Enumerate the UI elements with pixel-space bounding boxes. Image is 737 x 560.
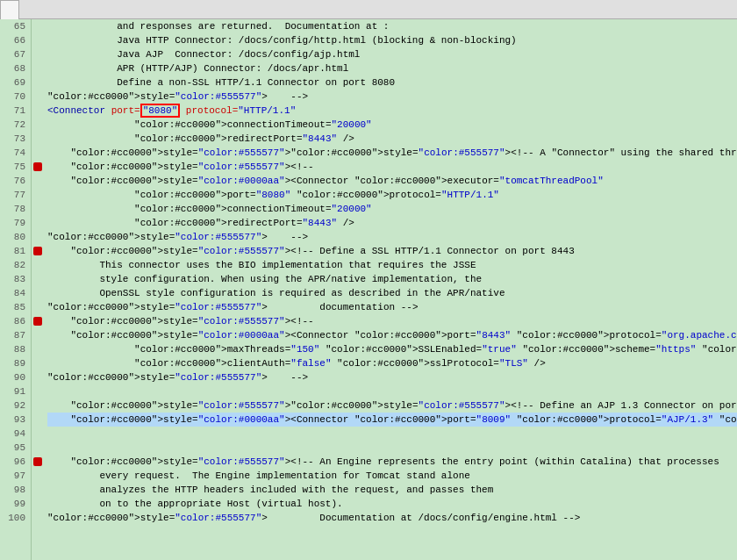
code-text: every request. The Engine implementation… (47, 469, 737, 483)
code-text: "color:#cc0000">style="color:#555577"><!… (47, 314, 737, 328)
line-number: 75 (4, 160, 25, 174)
breakpoint-column (32, 19, 44, 560)
code-line: analyzes the HTTP headers included with … (47, 483, 737, 497)
breakpoint-cell[interactable] (32, 61, 44, 75)
breakpoint-cell[interactable] (32, 328, 44, 342)
code-text: "color:#cc0000">style="color:#555577"> -… (47, 90, 737, 104)
breakpoint-cell[interactable] (32, 90, 44, 104)
code-text: "color:#cc0000">redirectPort="8443" /> (47, 216, 737, 230)
breakpoint-cell[interactable] (32, 19, 44, 33)
line-number: 88 (4, 342, 25, 356)
line-number: 94 (4, 427, 25, 441)
code-line: "color:#cc0000">connectionTimeout="20000… (47, 202, 737, 216)
code-line: Define a non-SSL HTTP/1.1 Connector on p… (47, 75, 737, 90)
line-number: 72 (4, 118, 25, 132)
breakpoint-cell[interactable] (32, 33, 44, 47)
line-number: 83 (4, 272, 25, 286)
breakpoint-cell[interactable] (32, 427, 44, 441)
code-text: "color:#cc0000">style="color:#555577">"c… (47, 146, 737, 160)
code-line: style configuration. When using the APR/… (47, 272, 737, 286)
code-line: "color:#cc0000">maxThreads="150" "color:… (47, 342, 737, 356)
code-line: OpenSSL style configuration is required … (47, 286, 737, 300)
code-text: "color:#cc0000">style="color:#555577"> -… (47, 230, 737, 244)
code-text: Java AJP Connector: /docs/config/ajp.htm… (47, 47, 737, 61)
line-number: 65 (4, 19, 25, 33)
code-text: "color:#cc0000">maxThreads="150" "color:… (47, 342, 737, 356)
breakpoint-cell[interactable] (32, 146, 44, 160)
code-text: OpenSSL style configuration is required … (47, 286, 737, 300)
code-line: "color:#cc0000">style="color:#0000aa"><C… (47, 174, 737, 188)
line-numbers: 6566676869707172737475767778798081828384… (0, 19, 32, 560)
code-line: "color:#cc0000">style="color:#555577"> -… (47, 370, 737, 384)
code-text: "color:#cc0000">style="color:#555577"><!… (47, 455, 737, 469)
code-line: "color:#cc0000">port="8080" "color:#cc00… (47, 188, 737, 202)
breakpoint-cell[interactable] (32, 75, 44, 90)
breakpoint-cell[interactable] (32, 104, 44, 118)
line-number: 87 (4, 328, 25, 342)
breakpoint-cell[interactable] (32, 455, 44, 469)
code-line: "color:#cc0000">style="color:#555577">"c… (47, 146, 737, 160)
breakpoint-cell[interactable] (32, 230, 44, 244)
breakpoint-cell[interactable] (32, 497, 44, 511)
breakpoint-cell[interactable] (32, 160, 44, 174)
line-number: 96 (4, 455, 25, 469)
line-number: 99 (4, 497, 25, 511)
breakpoint-cell[interactable] (32, 258, 44, 272)
code-line: "color:#cc0000">style="color:#555577"> d… (47, 300, 737, 314)
line-number: 68 (4, 61, 25, 75)
line-number: 79 (4, 216, 25, 230)
code-text: "color:#cc0000">style="color:#0000aa"><C… (47, 174, 737, 188)
breakpoint-cell[interactable] (32, 314, 44, 328)
breakpoint-cell[interactable] (32, 300, 44, 314)
breakpoint-cell[interactable] (32, 118, 44, 132)
line-number: 97 (4, 469, 25, 483)
code-text: "color:#cc0000">clientAuth="false" "colo… (47, 356, 737, 370)
line-number: 78 (4, 202, 25, 216)
line-number: 98 (4, 483, 25, 497)
tab-bar (0, 0, 737, 19)
code-line: "color:#cc0000">style="color:#555577"><!… (47, 244, 737, 258)
breakpoint-cell[interactable] (32, 272, 44, 286)
breakpoint-cell[interactable] (32, 511, 44, 525)
line-number: 70 (4, 90, 25, 104)
code-line: "color:#cc0000">redirectPort="8443" /> (47, 216, 737, 230)
breakpoint-cell[interactable] (32, 483, 44, 497)
breakpoint-cell[interactable] (32, 174, 44, 188)
line-number: 77 (4, 188, 25, 202)
code-line: and responses are returned. Documentatio… (47, 19, 737, 33)
code-line: "color:#cc0000">connectionTimeout="20000… (47, 118, 737, 132)
line-number: 74 (4, 146, 25, 160)
breakpoint-cell[interactable] (32, 441, 44, 455)
breakpoint-cell[interactable] (32, 47, 44, 61)
breakpoint-cell[interactable] (32, 188, 44, 202)
server-xml-tab[interactable] (0, 0, 19, 19)
code-line: "color:#cc0000">style="color:#555577">"c… (47, 398, 737, 413)
breakpoint-marker (33, 457, 42, 466)
code-line: "color:#cc0000">style="color:#0000aa"><C… (47, 328, 737, 342)
code-line: "color:#cc0000">style="color:#555577"><!… (47, 455, 737, 469)
breakpoint-cell[interactable] (32, 398, 44, 413)
breakpoint-cell[interactable] (32, 342, 44, 356)
breakpoint-cell[interactable] (32, 132, 44, 146)
code-text: style configuration. When using the APR/… (47, 272, 737, 286)
breakpoint-cell[interactable] (32, 384, 44, 398)
code-content[interactable]: and responses are returned. Documentatio… (44, 19, 737, 560)
breakpoint-cell[interactable] (32, 370, 44, 384)
line-number: 67 (4, 47, 25, 61)
code-text: <Connector port="8080" protocol="HTTP/1.… (47, 104, 737, 118)
breakpoint-cell[interactable] (32, 202, 44, 216)
line-number: 84 (4, 286, 25, 300)
breakpoint-cell[interactable] (32, 356, 44, 370)
breakpoint-cell[interactable] (32, 244, 44, 258)
breakpoint-cell[interactable] (32, 469, 44, 483)
breakpoint-marker (33, 162, 42, 171)
code-line: "color:#cc0000">style="color:#555577"><!… (47, 314, 737, 328)
code-text: "color:#cc0000">style="color:#555577"> d… (47, 300, 737, 314)
breakpoint-cell[interactable] (32, 286, 44, 300)
code-line (47, 441, 737, 455)
breakpoint-cell[interactable] (32, 216, 44, 230)
code-line: "color:#cc0000">redirectPort="8443" /> (47, 132, 737, 146)
line-number: 91 (4, 384, 25, 398)
breakpoint-cell[interactable] (32, 413, 44, 427)
line-number: 100 (4, 511, 25, 525)
